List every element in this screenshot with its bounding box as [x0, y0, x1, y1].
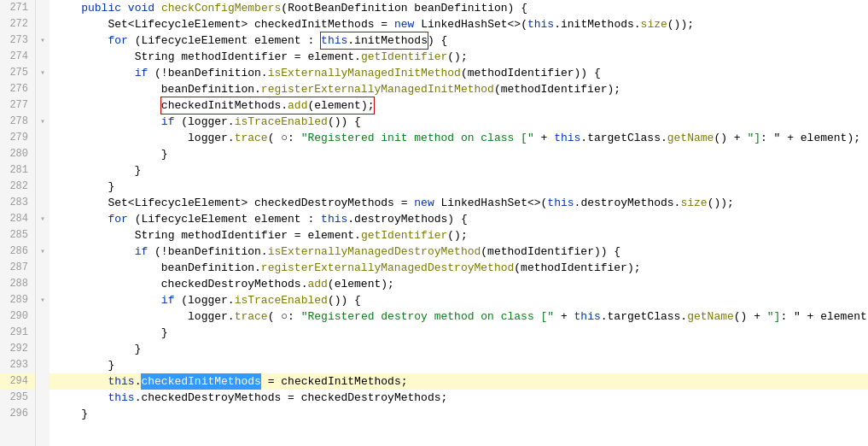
token: .destroyMethods. — [574, 195, 681, 211]
fold-icon-279 — [36, 130, 50, 146]
code-line-296: } — [50, 406, 868, 422]
fold-icon-273[interactable]: ▾ — [36, 32, 50, 49]
token: checkConfigMembers — [161, 0, 281, 16]
token: element : — [248, 32, 321, 49]
code-line-275: if (!beanDefinition.isExternallyManagedI… — [50, 65, 868, 81]
token — [55, 0, 81, 16]
token: ( — [128, 211, 142, 227]
token: registerExternallyManagedDestroyMethod — [261, 260, 514, 276]
token: this — [574, 308, 601, 325]
code-line-293: } — [50, 357, 868, 373]
fold-icon-291 — [36, 325, 50, 341]
token: ( — [281, 0, 288, 16]
code-line-286: if (!beanDefinition.isExternallyManagedD… — [50, 244, 868, 260]
token — [55, 227, 135, 244]
token: methodIdentifier = element. — [174, 227, 360, 244]
code-line-277: checkedInitMethods.add(element); — [50, 97, 868, 114]
code-line-272: Set<LifecycleElement> checkedInitMethods… — [50, 16, 868, 32]
token: void — [128, 0, 154, 16]
token: if — [161, 114, 175, 130]
token: } — [55, 341, 141, 357]
token: Set — [108, 195, 127, 211]
fold-icon-274 — [36, 49, 50, 65]
fold-icon-289[interactable]: ▾ — [36, 292, 50, 308]
token: LifecycleElement — [141, 211, 248, 227]
token: new — [394, 16, 414, 32]
token: < — [128, 195, 135, 211]
fold-icon-278[interactable]: ▾ — [36, 114, 50, 130]
token: + — [554, 308, 574, 325]
token: getName — [667, 130, 714, 146]
code-line-288: checkedDestroyMethods.add(element); — [50, 276, 868, 292]
code-line-289: if (logger.isTraceEnabled()) { — [50, 292, 868, 308]
token — [55, 244, 135, 260]
token: <>( — [527, 195, 547, 211]
token: (methodIdentifier)) { — [461, 65, 601, 81]
token: .targetClass. — [580, 130, 667, 146]
token: Set — [108, 16, 127, 32]
token: "Registered init method on class [" — [301, 130, 534, 146]
line-number-273: 273 — [0, 32, 35, 49]
token: this — [554, 130, 580, 146]
code-line-279: logger.trace( ○: "Registered init method… — [50, 130, 868, 146]
token: (); — [447, 49, 467, 65]
code-line-282: } — [50, 179, 868, 195]
token: beanDefinition. — [55, 81, 261, 97]
token: logger. — [55, 308, 235, 325]
token: this — [108, 373, 134, 390]
token: ()); — [667, 16, 694, 32]
token — [414, 16, 421, 32]
token — [55, 195, 108, 211]
line-number-gutter: 2712722732742752762772782792802812822832… — [0, 0, 36, 446]
token: if — [135, 244, 149, 260]
token: + — [534, 130, 554, 146]
code-line-274: String methodIdentifier = element.getIde… — [50, 49, 868, 65]
token — [55, 390, 108, 406]
fold-icon-272 — [36, 16, 50, 32]
line-number-272: 272 — [0, 16, 35, 32]
token: ( ○: — [268, 308, 301, 325]
token: LinkedHashSet — [441, 195, 527, 211]
token: () + — [714, 130, 747, 146]
fold-icon-275[interactable]: ▾ — [36, 65, 50, 81]
token: > checkedInitMethods = — [241, 16, 393, 32]
line-number-286: 286 — [0, 244, 35, 260]
token: RootBeanDefinition — [288, 0, 407, 16]
token: logger. — [55, 130, 235, 146]
token: .destroyMethods) { — [347, 211, 467, 227]
token: "] — [767, 308, 781, 325]
code-line-292: } — [50, 341, 868, 357]
token: for — [108, 211, 127, 227]
fold-icon-287 — [36, 260, 50, 276]
token: getIdentifier — [361, 49, 447, 65]
token: } — [55, 162, 141, 179]
line-number-278: 278 — [0, 114, 35, 130]
fold-gutter: ▾▾▾▾▾▾ — [36, 0, 50, 446]
token: trace — [235, 308, 268, 325]
token — [55, 292, 161, 308]
token: (methodIdentifier); — [494, 81, 620, 97]
token: .initMethods. — [554, 16, 640, 32]
fold-icon-284[interactable]: ▾ — [36, 211, 50, 227]
code-editor: 2712722732742752762772782792802812822832… — [0, 0, 868, 446]
fold-icon-277 — [36, 97, 50, 114]
token — [55, 32, 108, 49]
token: } — [55, 325, 168, 341]
token: .targetClass. — [601, 308, 687, 325]
fold-icon-286[interactable]: ▾ — [36, 244, 50, 260]
fold-icon-271 — [36, 0, 50, 16]
line-number-279: 279 — [0, 130, 35, 146]
token: this — [108, 390, 134, 406]
token: < — [128, 16, 135, 32]
code-line-281: } — [50, 162, 868, 179]
token: ) { — [428, 32, 447, 49]
code-line-291: } — [50, 325, 868, 341]
fold-icon-283 — [36, 195, 50, 211]
token: LifecycleElement — [135, 195, 242, 211]
token: isExternallyManagedDestroyMethod — [268, 244, 481, 260]
code-line-287: beanDefinition.registerExternallyManaged… — [50, 260, 868, 276]
token: () + — [734, 308, 767, 325]
token: ( ○: — [268, 130, 301, 146]
highlight-box-red: checkedInitMethods.add(element); — [161, 97, 375, 114]
token — [154, 0, 161, 16]
